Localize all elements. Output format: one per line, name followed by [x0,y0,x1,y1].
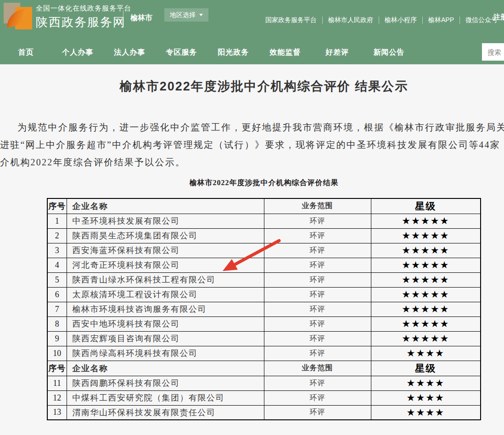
business-scope: 环评 [264,258,371,272]
business-scope: 环评 [264,287,371,302]
divider [422,17,423,24]
search-input[interactable] [482,43,504,61]
intro-paragraph: 为规范中介服务行为，进一步强化中介监管工作，更好地提升我市营商环境，根据《榆林市… [0,119,504,171]
row-number: 13 [47,405,67,420]
divider [123,10,123,28]
register-link[interactable]: 注册 [493,13,504,22]
star-rating: ★★★★★ [371,287,481,302]
table-row: 5陕西青山绿水环保科技工程有限公司环评★★★★★ [47,272,481,287]
region-selector-button[interactable]: 地区选择 [164,8,208,22]
divider [322,17,323,24]
column-header: 企业名称 [67,361,264,376]
header-quick-links: 国家政务服务平台榆林市人民政府榆林小程序榆林APP微信公众号 [265,0,498,40]
site-logo-icon [4,3,32,30]
star-rating: ★★★★★ [371,272,481,287]
company-name: 陕西青山绿水环保科技工程有限公司 [67,272,264,287]
star-rating: ★★★★★ [371,316,481,331]
nav-item[interactable]: 好差评 [311,48,363,57]
header-link[interactable]: 国家政务服务平台 [265,16,317,24]
column-header: 业务范围 [264,361,371,376]
star-rating: ★★★★ [371,376,481,390]
site-branding: 全国一体化在线政务服务平台 陕西政务服务网 [36,4,131,30]
table-row: 10陕西尚绿高科环境科技有限公司环评★★★★ [47,346,481,361]
company-name: 陕西宏辉项目咨询有限公司 [67,331,264,346]
site-name: 陕西政务服务网 [36,14,131,30]
row-number: 4 [47,258,67,272]
header-link[interactable]: 微信公众号 [465,16,498,24]
platform-name: 全国一体化在线政务服务平台 [36,4,131,13]
business-scope: 环评 [264,331,371,346]
table-caption: 榆林市2022年度涉批中介机构综合评价结果 [0,178,504,188]
business-scope: 环评 [264,376,371,390]
company-name: 西安中地环境科技有限公司 [67,316,264,331]
row-number: 11 [47,376,67,390]
table-row: 9陕西宏辉项目咨询有限公司环评★★★★★ [47,331,481,346]
caret-down-icon [199,14,203,16]
row-number: 9 [47,331,67,346]
table-row: 13渭南华山环保科技发展有限责任公司环评★★★★ [47,405,481,420]
row-number: 5 [47,272,67,287]
business-scope: 环评 [264,302,371,316]
table-row: 3西安海蓝环保科技有限公司环评★★★★★ [47,243,481,258]
table-row: 4河北奇正环境科技有限公司环评★★★★★ [47,258,481,272]
company-name: 陕西雨昊生态环境集团有限公司 [67,228,264,243]
nav-item[interactable]: 效能监督 [259,48,311,57]
nav-item[interactable]: 阳光政务 [207,48,259,57]
page: 全国一体化在线政务服务平台 陕西政务服务网 榆林市 地区选择 国家政务服务平台榆… [0,0,504,420]
table-row: 1中圣环境科技发展有限公司环评★★★★★ [47,214,481,228]
column-header: 星级 [371,198,481,214]
row-number: 10 [47,346,67,361]
site-header: 全国一体化在线政务服务平台 陕西政务服务网 榆林市 地区选择 国家政务服务平台榆… [0,0,504,40]
divider [459,17,460,24]
column-header: 业务范围 [264,198,371,214]
table-row: 8西安中地环境科技有限公司环评★★★★★ [47,316,481,331]
paragraph-line: 为规范中介服务行为，进一步强化中介监管工作，更好地提升我市营商环境，根据《榆林市… [0,119,504,136]
company-name: 陕西阔鹏环保科技有限公司 [67,376,264,390]
business-scope: 环评 [264,346,371,361]
business-scope: 环评 [264,405,371,420]
nav-item[interactable]: 首页 [0,48,52,57]
nav-item[interactable]: 法人办事 [104,48,156,57]
results-table-body: 序号企业名称业务范围星级1中圣环境科技发展有限公司环评★★★★★2陕西雨昊生态环… [47,198,481,420]
company-name: 陕西尚绿高科环境科技有限公司 [67,346,264,361]
row-number: 7 [47,302,67,316]
star-rating: ★★★★ [371,405,481,420]
column-header: 企业名称 [67,198,264,214]
business-scope: 环评 [264,243,371,258]
main-nav: 首页个人办事法人办事专区服务阳光政务效能监督好差评新闻公告 [0,40,504,64]
results-table: 序号企业名称业务范围星级1中圣环境科技发展有限公司环评★★★★★2陕西雨昊生态环… [47,198,481,420]
company-name: 太原核清环境工程设计有限公司 [67,287,264,302]
star-rating: ★★★★★ [371,331,481,346]
business-scope: 环评 [264,272,371,287]
business-scope: 环评 [264,316,371,331]
table-header-row: 序号企业名称业务范围星级 [47,361,481,376]
star-rating: ★★★★★ [371,302,481,316]
row-number: 2 [47,228,67,243]
nav-item[interactable]: 新闻公告 [363,48,415,57]
star-rating: ★★★★★ [371,243,481,258]
header-link[interactable]: 榆林APP [428,16,454,24]
table-row: 2陕西雨昊生态环境集团有限公司环评★★★★★ [47,228,481,243]
table-row: 6太原核清环境工程设计有限公司环评★★★★★ [47,287,481,302]
paragraph-line: 介机构2022年度综合评价结果予以公示。 [0,153,504,171]
business-scope: 环评 [264,228,371,243]
header-link[interactable]: 榆林市人民政府 [328,16,373,24]
nav-item[interactable]: 个人办事 [52,48,104,57]
row-number: 6 [47,287,67,302]
divider [379,17,379,24]
business-scope: 环评 [264,390,371,405]
row-number: 8 [47,316,67,331]
company-name: 榆林市环境科技咨询服务有限公司 [67,302,264,316]
company-name: 河北奇正环境科技有限公司 [67,258,264,272]
star-rating: ★★★★★ [371,228,481,243]
company-name: 中圣环境科技发展有限公司 [67,214,264,228]
company-name: 西安海蓝环保科技有限公司 [67,243,264,258]
star-rating: ★★★★ [371,390,481,405]
star-rating: ★★★★★ [371,258,481,272]
column-header: 序号 [47,361,67,376]
article: 榆林市2022年度涉批中介机构综合评价 结果公示 为规范中介服务行为，进一步强化… [0,79,504,420]
row-number: 12 [47,390,67,405]
header-link[interactable]: 榆林小程序 [385,16,417,24]
nav-item[interactable]: 专区服务 [156,48,207,57]
company-name: 中煤科工西安研究院（集团）有限公司 [67,390,264,405]
